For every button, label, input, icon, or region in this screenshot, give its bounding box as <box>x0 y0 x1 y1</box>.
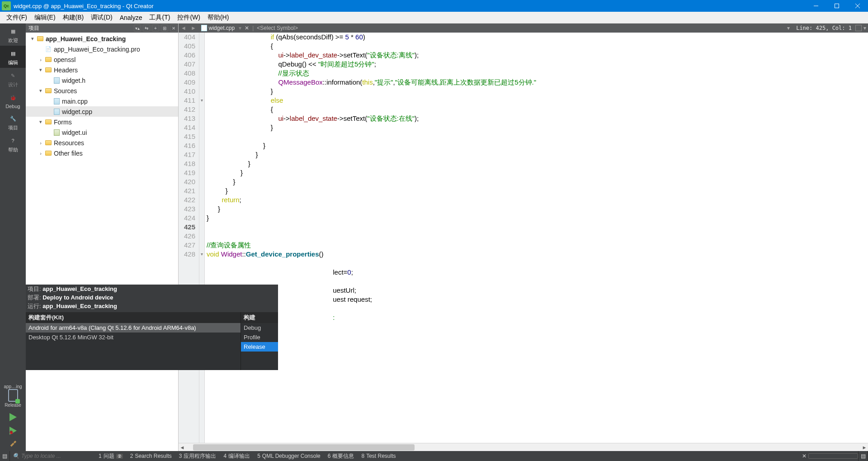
mode-edit[interactable]: ▤ 编辑 <box>0 46 26 68</box>
tree-headers[interactable]: ▾Headers <box>26 65 178 75</box>
toggle-sidebar-button[interactable]: ▤ <box>0 451 10 461</box>
edit-icon: ▤ <box>7 48 19 58</box>
build-release-option[interactable]: Release <box>241 342 278 352</box>
tree-forms[interactable]: ▾Forms <box>26 117 178 127</box>
close-button[interactable] <box>847 0 868 12</box>
tree-main-cpp[interactable]: main.cpp <box>26 96 178 106</box>
tree-widget-cpp[interactable]: widget.cpp <box>26 106 178 117</box>
menu-tools[interactable]: 工具(T) <box>146 14 174 22</box>
mode-help-label: 帮助 <box>8 147 18 153</box>
pro-file-icon: 📄 <box>45 46 52 53</box>
chevron-down-icon[interactable]: ▾ <box>863 25 868 31</box>
kit-android-option[interactable]: Android for arm64-v8a (Clang Qt 5.12.6 f… <box>26 323 241 333</box>
output-pane-3[interactable]: 3 应用程序输出 <box>175 452 220 460</box>
tree-widget-ui[interactable]: widget.ui <box>26 127 178 138</box>
target-selector-popup: 项目: app_Huawei_Eco_tracking 部署: Deploy t… <box>26 285 278 370</box>
folder-icon <box>45 67 52 72</box>
mode-projects-label: 项目 <box>8 124 18 131</box>
line-col-indicator[interactable]: Line: 425, Col: 1 <box>793 25 855 31</box>
tree-root[interactable]: ▾app_Huawei_Eco_tracking <box>26 33 178 44</box>
run-button[interactable] <box>0 410 26 424</box>
folder-icon <box>45 151 52 156</box>
close-pane-button[interactable]: ✕ <box>800 453 808 459</box>
symbol-selector[interactable]: <Select Symbol> <box>255 25 298 31</box>
chevron-down-icon[interactable]: ▾ <box>787 25 793 31</box>
mode-welcome[interactable]: ▦ 欢迎 <box>0 24 26 46</box>
scroll-right-icon[interactable]: ► <box>861 445 868 450</box>
locator[interactable]: 🔍 <box>10 453 95 459</box>
mode-design[interactable]: ✎ 设计 <box>0 68 26 90</box>
toggle-right-sidebar-button[interactable]: ▤ <box>858 451 868 461</box>
menu-edit[interactable]: 编辑(E) <box>31 14 59 22</box>
qt-creator-icon: Qc <box>2 1 11 10</box>
locator-input[interactable] <box>21 453 89 459</box>
menu-analyze[interactable]: Analyze <box>116 14 146 21</box>
help-icon: ? <box>7 136 19 146</box>
close-panel-icon[interactable]: ✕ <box>170 24 177 32</box>
tree-sources[interactable]: ▾Sources <box>26 86 178 96</box>
menu-file[interactable]: 文件(F) <box>3 14 31 22</box>
menu-bar: 文件(F) 编辑(E) 构建(B) 调试(D) Analyze 工具(T) 控件… <box>0 12 868 24</box>
menu-help[interactable]: 帮助(H) <box>204 14 232 22</box>
target-name-label: app…ing <box>4 384 22 389</box>
open-file-dropdown[interactable]: widget.cpp <box>198 25 237 31</box>
scroll-left-icon[interactable]: ◄ <box>179 445 186 450</box>
folder-icon <box>45 119 52 124</box>
output-pane-6[interactable]: 6 概要信息 <box>324 452 358 460</box>
hammer-icon <box>9 440 17 448</box>
tree-pro-file[interactable]: 📄app_Huawei_Eco_tracking.pro <box>26 44 178 54</box>
mode-debug-label: Debug <box>5 104 20 109</box>
debug-run-button[interactable] <box>0 424 26 437</box>
menu-debug[interactable]: 调试(D) <box>87 14 116 22</box>
line-number-gutter: 4044054064074084094104114124134144154164… <box>179 33 199 443</box>
output-pane-4[interactable]: 4 编译输出 <box>220 452 254 460</box>
popup-project-name: app_Huawei_Eco_tracking <box>42 285 117 292</box>
header-file-icon <box>54 77 60 84</box>
menu-build[interactable]: 构建(B) <box>59 14 88 22</box>
scrollbar-thumb[interactable] <box>193 444 415 451</box>
kit-desktop-option[interactable]: Desktop Qt 5.12.6 MinGW 32-bit <box>26 333 241 342</box>
mode-help[interactable]: ? 帮助 <box>0 133 26 155</box>
tree-other-files[interactable]: ›Other files <box>26 148 178 158</box>
mode-projects[interactable]: 🔧 项目 <box>0 111 26 133</box>
minimize-button[interactable] <box>806 0 826 12</box>
build-column: 构建 Debug Profile Release <box>241 312 278 370</box>
link-icon[interactable]: ⇆ <box>143 24 150 32</box>
code-editor[interactable]: 4044054064074084094104114124134144154164… <box>179 33 868 443</box>
close-document-button[interactable]: ✕ <box>243 25 251 31</box>
horizontal-scrollbar[interactable]: ◄ ► <box>179 443 868 451</box>
build-button[interactable] <box>0 437 26 451</box>
design-icon: ✎ <box>7 71 19 81</box>
cpp-file-icon <box>54 109 60 115</box>
nav-forward-button[interactable]: ► <box>189 25 198 31</box>
tree-openssl[interactable]: ›openssl <box>26 54 178 65</box>
popup-deploy-target: Deploy to Android device <box>42 294 113 301</box>
menu-widgets[interactable]: 控件(W) <box>174 14 204 22</box>
target-selector[interactable]: app…ing Release <box>0 381 26 410</box>
filter-icon[interactable]: ▾▴ <box>134 24 141 32</box>
nav-back-button[interactable]: ◄ <box>179 25 189 31</box>
add-icon[interactable]: + <box>152 24 159 32</box>
output-pane-5[interactable]: 5 QML Debugger Console <box>254 452 324 460</box>
maximize-button[interactable] <box>826 0 847 12</box>
mode-design-label: 设计 <box>8 81 18 88</box>
build-debug-option[interactable]: Debug <box>241 323 278 333</box>
tree-resources[interactable]: ›Resources <box>26 138 178 148</box>
tree-widget-h[interactable]: widget.h <box>26 75 178 86</box>
fold-gutter[interactable]: ▾▾ <box>199 33 205 443</box>
code-text[interactable]: if (qAbs(secondsDiff) >= 5 * 60) { ui->l… <box>205 33 868 443</box>
welcome-icon: ▦ <box>7 26 19 36</box>
build-profile-option[interactable]: Profile <box>241 333 278 342</box>
mode-debug[interactable]: 🐞 Debug <box>0 90 26 111</box>
projects-icon: 🔧 <box>7 114 19 124</box>
output-pane-8[interactable]: 8 Test Results <box>358 452 399 460</box>
output-pane-2[interactable]: 2 Search Results <box>127 452 175 460</box>
kits-header: 构建套件(Kit) <box>26 312 241 323</box>
split-editor-button[interactable] <box>855 25 862 31</box>
android-device-icon <box>8 389 18 402</box>
split-panel-icon[interactable]: ⊞ <box>161 24 168 32</box>
play-debug-icon <box>9 427 17 435</box>
project-tree[interactable]: ▾app_Huawei_Eco_tracking 📄app_Huawei_Eco… <box>26 33 178 451</box>
output-pane-1[interactable]: 1 问题② <box>95 452 127 460</box>
editor-filename-label: widget.cpp <box>209 25 235 31</box>
